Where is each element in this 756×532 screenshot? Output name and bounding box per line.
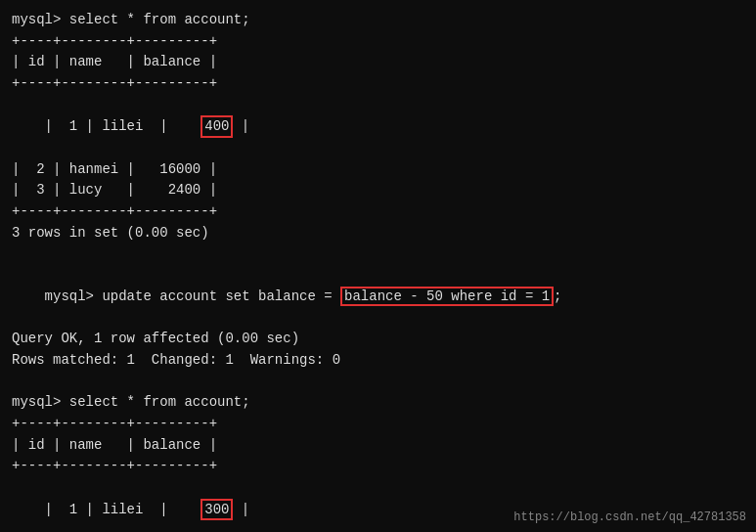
row4-suffix: | <box>233 501 249 516</box>
line-table-sep2: +----+--------+---------+ <box>12 456 744 477</box>
line-table-header2: | id | name | balance | <box>12 435 744 457</box>
line-row3: | 3 | lucy | 2400 | <box>12 180 744 201</box>
row4-value-highlight: 300 <box>200 499 233 520</box>
line-result1: 3 rows in set (0.00 sec) <box>12 223 744 244</box>
line-rows-matched: Rows matched: 1 Changed: 1 Warnings: 0 <box>12 350 744 372</box>
line-prompt2: mysql> update account set balance = bala… <box>12 265 744 329</box>
line-table-header1: | id | name | balance | <box>12 52 744 73</box>
line-row1: | 1 | lilei | 400 | <box>12 95 744 159</box>
line-table-top2: +----+--------+---------+ <box>12 414 744 435</box>
line-query-ok: Query OK, 1 row affected (0.00 sec) <box>12 329 744 350</box>
row1-suffix: | <box>233 118 249 134</box>
row1-prefix: | 1 | lilei | <box>45 118 201 134</box>
line-blank1 <box>12 244 744 265</box>
line-table-top1: +----+--------+---------+ <box>12 31 744 53</box>
row4-prefix: | 1 | lilei | <box>45 501 201 516</box>
watermark: https://blog.csdn.net/qq_42781358 <box>513 510 746 524</box>
line-row2: | 2 | hanmei | 16000 | <box>12 159 744 181</box>
line-table-bot1: +----+--------+---------+ <box>12 201 744 223</box>
line-blank2 <box>12 371 744 392</box>
line-prompt3: mysql> select * from account; <box>12 392 744 414</box>
prompt2-suffix: ; <box>554 288 561 304</box>
row1-value-highlight: 400 <box>200 115 233 137</box>
prompt2-prefix: mysql> update account set balance = <box>45 288 340 304</box>
terminal-window: mysql> select * from account; +----+----… <box>0 0 756 532</box>
line-prompt1: mysql> select * from account; <box>12 10 744 31</box>
update-highlight: balance - 50 where id = 1 <box>340 287 554 306</box>
line-table-sep1: +----+--------+---------+ <box>12 73 744 95</box>
